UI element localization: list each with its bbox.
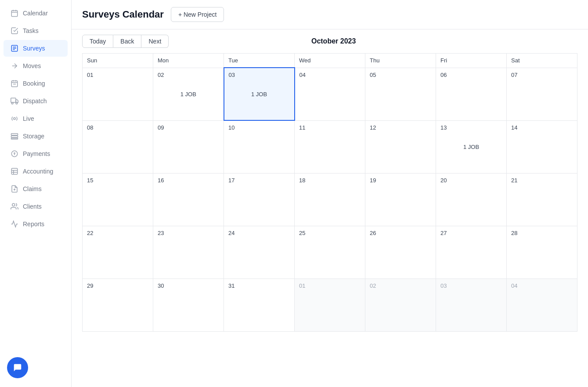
calendar-week-3: 22232425262728 — [83, 226, 577, 278]
calendar-day[interactable]: 09 — [153, 120, 224, 173]
sidebar-item-storage[interactable]: Storage — [4, 128, 68, 145]
job-label[interactable]: 1 JOB — [251, 91, 267, 98]
header: Surveys Calendar + New Project — [72, 0, 588, 29]
page-title: Surveys Calendar — [82, 9, 164, 20]
sidebar-label-payments: Payments — [23, 150, 50, 157]
sidebar-label-accounting: Accounting — [23, 168, 53, 175]
day-number: 02 — [370, 282, 376, 289]
today-button[interactable]: Today — [82, 35, 113, 48]
calendar-day[interactable]: 17 — [224, 173, 295, 226]
storage-icon — [11, 132, 18, 140]
calendar-day[interactable]: 14 — [507, 120, 577, 173]
sidebar-item-tasks[interactable]: Tasks — [4, 22, 68, 39]
day-header-thu: Thu — [365, 54, 436, 68]
day-number: 29 — [87, 282, 93, 289]
calendar-day[interactable]: 25 — [295, 226, 365, 278]
calendar-day[interactable]: 02 — [365, 278, 436, 331]
sidebar-item-claims[interactable]: Claims — [4, 181, 68, 197]
calendar-day[interactable]: 01 — [295, 278, 365, 331]
main-content: Surveys Calendar + New Project Today Bac… — [72, 0, 588, 387]
day-number: 13 — [440, 124, 447, 131]
sidebar-label-claims: Claims — [23, 185, 42, 192]
calendar-day[interactable]: 08 — [83, 120, 153, 173]
calendar-body: 01021 JOB031 JOB040506070809101112131 JO… — [83, 68, 577, 331]
month-label: October 2023 — [169, 37, 498, 45]
calendar-day[interactable]: 19 — [365, 173, 436, 226]
calendar-day[interactable]: 04 — [507, 278, 577, 331]
sidebar-item-clients[interactable]: Clients — [4, 198, 68, 215]
calendar-day[interactable]: 07 — [507, 68, 577, 120]
claims-icon — [11, 185, 18, 193]
sidebar-item-accounting[interactable]: Accounting — [4, 163, 68, 180]
booking-icon — [11, 80, 18, 87]
calendar-day[interactable]: 31 — [224, 278, 295, 331]
calendar-day[interactable]: 27 — [436, 226, 507, 278]
calendar-day[interactable]: 21 — [507, 173, 577, 226]
back-button[interactable]: Back — [113, 35, 141, 48]
dispatch-icon — [11, 97, 18, 105]
day-number: 31 — [228, 282, 234, 289]
calendar-day[interactable]: 06 — [436, 68, 507, 120]
sidebar-label-booking: Booking — [23, 80, 45, 87]
calendar-day[interactable]: 131 JOB — [436, 120, 507, 173]
calendar-day[interactable]: 05 — [365, 68, 436, 120]
calendar-day[interactable]: 031 JOB — [224, 68, 295, 120]
calendar-day[interactable]: 03 — [436, 278, 507, 331]
sidebar-item-booking[interactable]: Booking — [4, 75, 68, 92]
calendar-day[interactable]: 23 — [153, 226, 224, 278]
day-number: 15 — [87, 177, 93, 184]
sidebar-item-dispatch[interactable]: Dispatch — [4, 93, 68, 109]
chat-button[interactable] — [7, 357, 28, 378]
calendar-day[interactable]: 01 — [83, 68, 153, 120]
day-number: 09 — [158, 124, 164, 131]
next-button[interactable]: Next — [141, 35, 169, 48]
calendar-day[interactable]: 021 JOB — [153, 68, 224, 120]
calendar-day[interactable]: 30 — [153, 278, 224, 331]
calendar-day[interactable]: 15 — [83, 173, 153, 226]
calendar-day[interactable]: 29 — [83, 278, 153, 331]
calendar-day[interactable]: 24 — [224, 226, 295, 278]
day-number: 03 — [440, 282, 447, 289]
svg-rect-23 — [11, 168, 18, 174]
day-number: 27 — [440, 230, 447, 236]
calendar-day[interactable]: 28 — [507, 226, 577, 278]
sidebar-item-payments[interactable]: Payments — [4, 145, 68, 162]
calendar-day[interactable]: 26 — [365, 226, 436, 278]
clients-icon — [11, 203, 18, 210]
sidebar-item-moves[interactable]: Moves — [4, 58, 68, 74]
sidebar-item-surveys[interactable]: Surveys — [4, 40, 68, 57]
calendar-day[interactable]: 11 — [295, 120, 365, 173]
sidebar-label-storage: Storage — [23, 133, 44, 140]
day-number: 24 — [228, 230, 234, 236]
calendar-day[interactable]: 10 — [224, 120, 295, 173]
calendar-day[interactable]: 16 — [153, 173, 224, 226]
day-number: 02 — [158, 72, 164, 78]
day-header-tue: Tue — [224, 54, 295, 68]
calendar-day[interactable]: 22 — [83, 226, 153, 278]
job-label[interactable]: 1 JOB — [463, 144, 479, 150]
live-icon — [11, 115, 18, 123]
sidebar-label-tasks: Tasks — [23, 27, 39, 34]
calendar-week-0: 01021 JOB031 JOB04050607 — [83, 68, 577, 120]
calendar-week-2: 15161718192021 — [83, 173, 577, 226]
calendar-day[interactable]: 04 — [295, 68, 365, 120]
new-project-button[interactable]: + New Project — [171, 7, 224, 22]
day-header-sat: Sat — [507, 54, 577, 68]
day-number: 08 — [87, 124, 93, 131]
day-number: 03 — [229, 72, 235, 78]
sidebar-item-live[interactable]: Live — [4, 110, 68, 127]
surveys-icon — [11, 44, 18, 52]
day-number: 18 — [299, 177, 305, 184]
day-number: 16 — [158, 177, 164, 184]
day-number: 06 — [440, 72, 447, 78]
day-number: 01 — [299, 282, 305, 289]
svg-point-16 — [14, 118, 16, 120]
sidebar-item-calendar[interactable]: Calendar — [4, 5, 68, 22]
svg-point-15 — [16, 102, 18, 104]
sidebar-item-reports[interactable]: Reports — [4, 216, 68, 232]
sidebar-label-clients: Clients — [23, 203, 42, 210]
calendar-day[interactable]: 18 — [295, 173, 365, 226]
calendar-day[interactable]: 20 — [436, 173, 507, 226]
calendar-day[interactable]: 12 — [365, 120, 436, 173]
job-label[interactable]: 1 JOB — [180, 91, 196, 98]
